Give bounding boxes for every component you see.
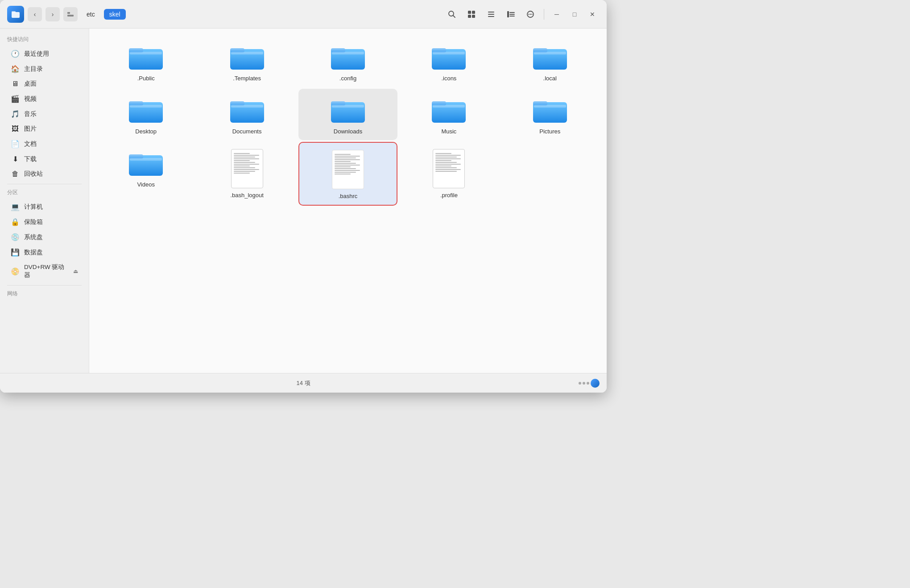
file-item-documents-folder[interactable]: Documents <box>197 89 296 140</box>
sidebar-item-videos-label: 视频 <box>24 95 37 103</box>
text-line <box>335 168 356 169</box>
file-manager-window: ‹ › etc skel <box>0 0 607 393</box>
text-line <box>234 155 259 156</box>
file-label-documents-folder: Documents <box>232 128 262 135</box>
trash-icon: 🗑 <box>11 170 20 178</box>
sidebar-item-pictures-label: 图片 <box>24 125 37 133</box>
svg-rect-53 <box>130 158 162 161</box>
zoom-dots <box>579 379 600 388</box>
sidebar-item-music-label: 音乐 <box>24 110 37 118</box>
file-label-templates: .Templates <box>233 75 261 82</box>
svg-line-5 <box>453 15 455 17</box>
list-view-button[interactable] <box>483 6 499 22</box>
text-line <box>435 162 457 163</box>
file-label-music-folder: Music <box>441 128 456 135</box>
sidebar-item-desktop[interactable]: 🖥 桌面 <box>4 77 85 91</box>
svg-point-19 <box>530 13 531 14</box>
sidebar-item-downloads[interactable]: ⬇ 下载 <box>4 152 85 166</box>
text-line <box>435 160 451 161</box>
text-line <box>335 163 356 164</box>
svg-rect-9 <box>472 15 475 18</box>
file-label-pictures-folder: Pictures <box>539 128 560 135</box>
folder-icon-downloads <box>330 96 366 124</box>
sidebar-item-trash[interactable]: 🗑 回收站 <box>4 167 85 181</box>
sidebar-item-music[interactable]: 🎵 音乐 <box>4 107 85 121</box>
sidebar-item-videos[interactable]: 🎬 视频 <box>4 91 85 106</box>
main-layout: 快捷访问 🕐 最近使用 🏠 主目录 🖥 桌面 🎬 视频 🎵 音乐 <box>0 29 607 373</box>
folder-icon-templates <box>229 43 265 71</box>
minimize-button[interactable]: ─ <box>550 7 564 21</box>
file-item-desktop-folder[interactable]: Desktop <box>96 89 195 140</box>
file-label-profile: .profile <box>440 192 458 199</box>
file-item-templates[interactable]: .Templates <box>197 36 296 87</box>
file-item-public[interactable]: .Public <box>96 36 195 87</box>
file-item-local[interactable]: .local <box>500 36 600 87</box>
forward-button[interactable]: › <box>46 7 60 21</box>
text-line <box>335 166 351 167</box>
maximize-button[interactable]: □ <box>567 7 582 21</box>
file-item-config[interactable]: .config <box>298 36 397 87</box>
eject-icon[interactable]: ⏏ <box>73 268 78 274</box>
text-line <box>234 164 259 165</box>
sidebar-item-pictures[interactable]: 🖼 图片 <box>4 122 85 136</box>
sidebar-item-dvd-label: DVD+RW 驱动器 <box>24 263 69 279</box>
file-label-videos-folder: Videos <box>137 181 155 188</box>
sidebar-item-documents-label: 文档 <box>24 140 37 148</box>
sidebar-item-system-disk[interactable]: 💿 系统盘 <box>4 230 85 244</box>
videos-icon: 🎬 <box>11 95 20 103</box>
file-item-bashrc[interactable]: .bashrc <box>298 142 397 206</box>
svg-rect-8 <box>468 15 471 18</box>
sidebar-item-computer[interactable]: 💻 计算机 <box>4 199 85 214</box>
file-label-icons: .icons <box>441 75 456 82</box>
svg-rect-29 <box>332 52 364 54</box>
text-line <box>435 166 451 166</box>
sidebar-item-data-disk-label: 数据盘 <box>24 248 43 257</box>
sidebar-item-home[interactable]: 🏠 主目录 <box>4 62 85 76</box>
zoom-dot-active[interactable] <box>591 379 600 388</box>
file-item-bash-logout[interactable]: .bash_logout <box>197 142 296 206</box>
close-button[interactable]: ✕ <box>585 7 600 21</box>
file-item-profile[interactable]: .profile <box>399 142 498 206</box>
text-line <box>435 164 461 165</box>
file-label-desktop-folder: Desktop <box>135 128 157 135</box>
recent-icon: 🕐 <box>11 50 20 58</box>
file-item-music-folder[interactable]: Music <box>399 89 498 140</box>
sidebar-item-vault-label: 保险箱 <box>24 218 43 226</box>
text-line <box>435 157 457 157</box>
sidebar-item-vault[interactable]: 🔒 保险箱 <box>4 215 85 229</box>
music-icon: 🎵 <box>11 110 20 118</box>
file-item-videos-folder[interactable]: Videos <box>96 142 195 206</box>
svg-rect-2 <box>67 12 70 14</box>
sidebar-item-recent[interactable]: 🕐 最近使用 <box>4 46 85 61</box>
file-count: 14 项 <box>296 379 310 387</box>
app-icon <box>7 6 24 23</box>
breadcrumb-etc[interactable]: etc <box>81 9 100 20</box>
titlebar-left: ‹ › etc skel <box>7 6 126 23</box>
search-button[interactable] <box>444 6 460 22</box>
text-line <box>335 172 356 173</box>
sidebar-item-desktop-label: 桌面 <box>24 80 37 88</box>
sidebar-item-data-disk[interactable]: 💾 数据盘 <box>4 245 85 260</box>
sidebar-item-dvd[interactable]: 📀 DVD+RW 驱动器 ⏏ <box>4 260 85 282</box>
sidebar-item-documents[interactable]: 📄 文档 <box>4 137 85 151</box>
file-item-pictures-folder[interactable]: Pictures <box>500 89 600 140</box>
separator <box>544 9 544 20</box>
titlebar-right: ─ □ ✕ <box>444 6 600 22</box>
sidebar-divider-2 <box>7 285 82 286</box>
grid-view-button[interactable] <box>463 6 480 22</box>
back-button[interactable]: ‹ <box>28 7 42 21</box>
detail-view-button[interactable] <box>503 6 519 22</box>
sidebar-item-computer-label: 计算机 <box>24 203 43 211</box>
location-button[interactable] <box>63 7 78 21</box>
file-item-downloads-folder[interactable]: Downloads <box>298 89 397 140</box>
more-options-button[interactable] <box>522 6 538 22</box>
breadcrumb-skel[interactable]: skel <box>104 9 126 20</box>
folder-icon-config <box>330 43 366 71</box>
file-grid: .Public <box>93 32 603 209</box>
pictures-icon: 🖼 <box>11 125 20 133</box>
file-item-icons[interactable]: .icons <box>399 36 498 87</box>
titlebar: ‹ › etc skel <box>0 0 607 29</box>
text-line <box>335 165 360 166</box>
sidebar: 快捷访问 🕐 最近使用 🏠 主目录 🖥 桌面 🎬 视频 🎵 音乐 <box>0 29 89 373</box>
file-content: .Public <box>89 29 607 373</box>
